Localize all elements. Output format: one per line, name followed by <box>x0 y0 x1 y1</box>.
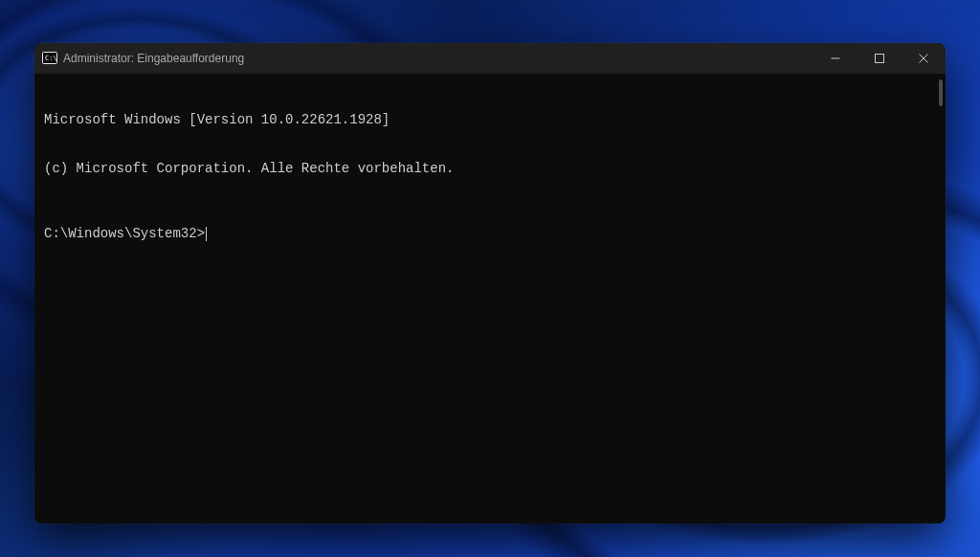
close-button[interactable] <box>902 43 946 74</box>
prompt-line: C:\Windows\System32> <box>44 226 936 242</box>
output-line: Microsoft Windows [Version 10.0.22621.19… <box>44 112 936 128</box>
window-title: Administrator: Eingabeaufforderung <box>63 43 813 74</box>
command-prompt-window: C:\ Administrator: Eingabeaufforderung <box>34 43 946 524</box>
svg-rect-3 <box>876 55 884 63</box>
titlebar[interactable]: C:\ Administrator: Eingabeaufforderung <box>34 43 946 74</box>
scrollbar-thumb[interactable] <box>939 79 943 106</box>
prompt-text: C:\Windows\System32> <box>44 226 205 242</box>
terminal-body[interactable]: Microsoft Windows [Version 10.0.22621.19… <box>34 74 946 524</box>
output-line: (c) Microsoft Corporation. Alle Rechte v… <box>44 161 936 177</box>
svg-text:C:\: C:\ <box>45 55 57 62</box>
text-cursor <box>206 227 207 241</box>
window-controls <box>813 43 946 74</box>
maximize-icon <box>875 54 884 63</box>
minimize-button[interactable] <box>813 43 858 74</box>
close-icon <box>919 54 928 63</box>
cmd-icon: C:\ <box>42 51 57 66</box>
minimize-icon <box>831 54 840 63</box>
maximize-button[interactable] <box>858 43 902 74</box>
